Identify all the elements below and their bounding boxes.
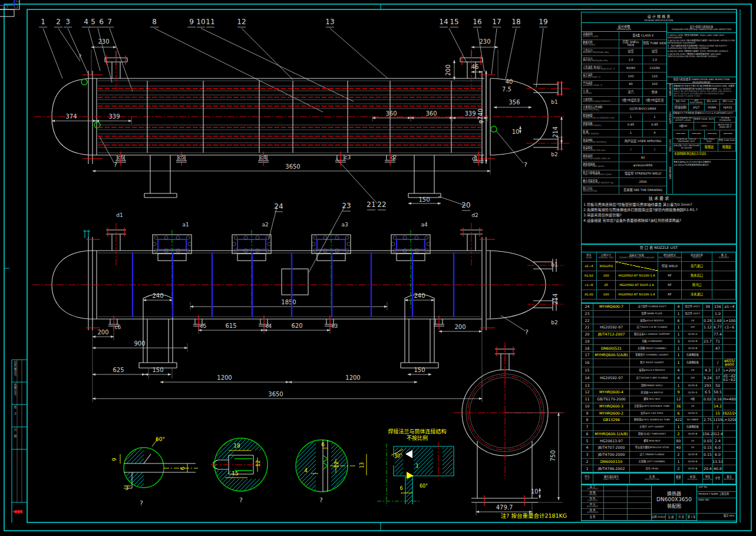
mini-cell: H08A <box>705 104 721 111</box>
nozzle-cell: RF <box>658 281 682 290</box>
standard-line: 3.《压力容器安全技术监察规程》REGULATIONS ON SAFETY SU… <box>668 44 735 50</box>
sign-label: 会 签 <box>582 515 604 521</box>
bom-cell <box>703 331 713 338</box>
dim-text: 150 <box>414 367 425 373</box>
bom-cell: 6.77 <box>713 324 723 331</box>
bom-header-en: MATERIAL <box>688 479 698 481</box>
bom-cell: 接管φ32x4 NOZZLE <box>630 317 675 324</box>
mini-cell: HJ431 <box>720 104 736 111</box>
bom-header-cell: 总重 <box>713 473 723 484</box>
bom-cell: 1 <box>675 359 683 367</box>
bom-cell: Q235-B <box>683 345 703 352</box>
dim-text: ? <box>239 496 243 504</box>
bom-cell: Q235-B <box>683 465 703 472</box>
balloon-number: 5 <box>91 18 95 26</box>
bom-header-en: QTY <box>676 479 681 481</box>
mini-cell: 检测率 EXAM. RATE <box>694 117 715 123</box>
dim-text: 214 <box>552 293 559 304</box>
design-spec-table: 设 计 规 格 表 DESIGN SPECIFICATION 设计参数 DESI… <box>581 12 737 195</box>
bom-cell: d1~d2 b1~b2 <box>723 374 736 383</box>
balloon-leaders <box>43 28 543 331</box>
bom-cell: 2 <box>675 452 683 459</box>
bom-cell <box>703 424 713 431</box>
spec-row: 保温厚度INSULATION THK mm// <box>582 146 666 154</box>
bom-cell: MYHRQ600-2 <box>593 410 630 417</box>
bom-cell: 6.0 <box>713 445 723 452</box>
product-name-cn: 换热器 <box>652 490 696 496</box>
sap-label: SAP No. <box>697 485 736 492</box>
bom-cell: 法兰SO100-1.6RF FLANGE <box>630 374 675 383</box>
spec-label: 介 质MEDIUM <box>582 89 619 97</box>
bom-header-cell: 数量QTY <box>675 473 683 484</box>
spec-label-en: MEDIUM <box>583 93 592 95</box>
sign-label-en: REVIEWED <box>587 506 598 508</box>
spec-value-shell: 80 <box>619 81 643 89</box>
spec-value-shell: 0.85 <box>619 121 643 130</box>
bom-cell: 312.4 <box>713 431 723 438</box>
bom-cell: 4.3 <box>703 367 713 374</box>
spec-label-en: DESIGN TEMP. ℃ <box>583 77 601 79</box>
bom-cell: 3 <box>675 338 683 346</box>
bom-cell: JB/T4700-2000 <box>593 452 630 459</box>
spec-label: 最大吊装重量MAX INSTALLING WEIGHT Kg <box>582 178 619 186</box>
dim-text: c3 <box>345 154 351 160</box>
spec-value-tube: / <box>643 146 666 154</box>
bom-table: 24MYHRQ600-7法兰组件 FLANGE ASS'Y4组合件 ASS'Y3… <box>581 303 737 473</box>
spec-value: 2500 <box>619 178 666 186</box>
bom-cell: 2 <box>675 465 683 472</box>
dim-text: b2 <box>551 320 557 325</box>
blank-sign-cell: —— <box>720 130 736 139</box>
blank-sign-cell: —— <box>689 130 705 139</box>
sign-date-cell <box>628 509 651 515</box>
bom-cell: 2 <box>582 459 593 466</box>
mini-cell: JB/T4730.2-2005 RT-? <box>715 123 736 130</box>
nozzle-header: 符号MARK <box>582 252 597 262</box>
cad-drawing-page: { "design_spec": { "title_cn": "设 计 规 格 … <box>0 0 756 536</box>
sign-label: 设 计DESIGNED <box>582 485 604 491</box>
nozzle-header-en: SEAL SURFACE FORM <box>658 257 681 259</box>
dim-text: a1 <box>182 222 189 228</box>
nozzle-cell: HG20592-97 SO100-1.6 <box>616 290 658 300</box>
bom-cell: 50 <box>713 383 723 390</box>
spec-row: 换热管规格SIZE OF TUBE φxδxLφ19x2x3656 <box>582 162 666 170</box>
sign-name-cell <box>604 491 628 497</box>
bom-cell: Q235-B <box>683 338 703 346</box>
nozzle-cell: a1~4 <box>582 262 597 271</box>
bom-header-en: PCS <box>585 479 589 481</box>
red-flange-ticks-mid <box>86 228 495 328</box>
balloon-number: 3 <box>65 18 70 26</box>
bom-cell: GB/T6170-2000 <box>593 396 630 403</box>
dim-text: 374 <box>65 113 77 120</box>
bom-cell: 2.4 <box>713 438 723 445</box>
sign-date-cell <box>628 485 651 491</box>
bom-row: 8GB13296换热管φ19?2 SEAMLESS TUBE4220Cr18Ni… <box>582 417 736 424</box>
tech-req-item: 3.吊装吊耳仅供装管箱? <box>583 212 734 218</box>
spec-label-en: TUBE TO TUBESHEET JOINT <box>583 174 612 176</box>
bom-cell: 12 <box>675 396 683 403</box>
spec-label-en: AVERAGE TEMP. ℃ <box>583 85 602 87</box>
dim-text: 1 <box>415 463 418 469</box>
sign-row: 设 计DESIGNED <box>582 485 651 491</box>
bom-cell: 螺母 M12 NUT <box>630 396 675 403</box>
dim-text: 46 <box>471 64 479 70</box>
dim-text: ? <box>79 54 82 60</box>
spec-label: 数据名称DATA NAME <box>582 40 619 48</box>
bom-cell: 2.75 <box>703 417 713 424</box>
spec-value-tube: 100 <box>643 81 666 89</box>
bom-cell: 20 <box>683 367 703 374</box>
revision-arrows-icon: ◀◀◀ <box>12 508 21 514</box>
mini-cell: 10% <box>694 123 715 130</box>
drawing-title: 换热器 DN600X3650 装配图 <box>652 485 696 514</box>
sign-name-cell <box>604 515 628 521</box>
dim-text: c6 <box>115 324 121 330</box>
bom-cell <box>723 383 736 390</box>
product-model: DN600X3650 <box>652 496 696 502</box>
spec-value-shell: 壳程 SHELL SIDE <box>619 40 643 48</box>
bom-cell: 9 <box>675 389 683 396</box>
sign-date-cell <box>628 491 651 497</box>
spec-label-en: SIZE OF TUBE φxδxL <box>583 166 605 168</box>
bom-cell: 4 <box>582 445 593 452</box>
tech-requirements: 技 术 要 求 1.管板与壳体连接后?管板密封面与壳体轴线垂直 其公差为0.5m… <box>581 195 737 244</box>
bom-row: 18DN600|521右管箱 RIGHT CHANNEL1Q235-B47 <box>582 345 736 352</box>
nozzle-cell: 热水出口 <box>682 271 712 281</box>
